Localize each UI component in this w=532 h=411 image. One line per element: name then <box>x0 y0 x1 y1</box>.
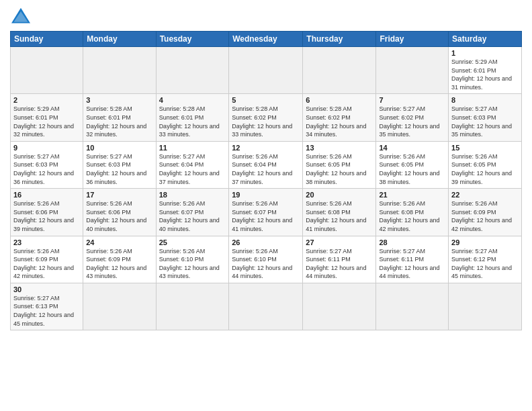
day-number: 6 <box>306 96 373 104</box>
day-number: 21 <box>379 191 445 199</box>
day-cell <box>83 47 156 94</box>
day-cell: 6Sunrise: 5:28 AM Sunset: 6:02 PM Daylig… <box>303 94 376 141</box>
day-cell: 9Sunrise: 5:27 AM Sunset: 6:03 PM Daylig… <box>11 141 83 188</box>
day-info: Sunrise: 5:28 AM Sunset: 6:01 PM Dayligh… <box>159 105 226 138</box>
week-row-5: 30Sunrise: 5:27 AM Sunset: 6:13 PM Dayli… <box>11 283 522 330</box>
day-info: Sunrise: 5:26 AM Sunset: 6:05 PM Dayligh… <box>306 152 373 186</box>
day-number: 30 <box>13 285 80 293</box>
day-cell <box>449 283 522 330</box>
day-info: Sunrise: 5:28 AM Sunset: 6:01 PM Dayligh… <box>86 105 152 138</box>
day-info: Sunrise: 5:26 AM Sunset: 6:08 PM Dayligh… <box>306 199 373 233</box>
day-cell: 5Sunrise: 5:28 AM Sunset: 6:02 PM Daylig… <box>229 94 303 141</box>
logo-icon <box>10 7 32 26</box>
weekday-header-saturday: Saturday <box>449 32 522 47</box>
weekday-header-tuesday: Tuesday <box>156 32 229 47</box>
day-cell: 10Sunrise: 5:27 AM Sunset: 6:03 PM Dayli… <box>83 141 156 188</box>
day-cell: 7Sunrise: 5:27 AM Sunset: 6:02 PM Daylig… <box>376 94 449 141</box>
week-row-1: 2Sunrise: 5:29 AM Sunset: 6:01 PM Daylig… <box>11 94 522 141</box>
day-info: Sunrise: 5:26 AM Sunset: 6:06 PM Dayligh… <box>13 199 80 233</box>
page: SundayMondayTuesdayWednesdayThursdayFrid… <box>0 0 532 411</box>
weekday-header-wednesday: Wednesday <box>229 32 303 47</box>
day-cell: 28Sunrise: 5:27 AM Sunset: 6:11 PM Dayli… <box>376 236 449 283</box>
header <box>10 7 522 26</box>
day-cell <box>229 283 303 330</box>
logo <box>10 7 34 26</box>
day-number: 8 <box>451 96 519 104</box>
day-info: Sunrise: 5:26 AM Sunset: 6:09 PM Dayligh… <box>451 199 519 233</box>
weekday-header-thursday: Thursday <box>303 32 376 47</box>
day-number: 27 <box>306 238 373 246</box>
calendar: SundayMondayTuesdayWednesdayThursdayFrid… <box>10 31 522 330</box>
day-number: 1 <box>451 49 519 57</box>
day-cell: 19Sunrise: 5:26 AM Sunset: 6:07 PM Dayli… <box>229 189 303 236</box>
week-row-4: 23Sunrise: 5:26 AM Sunset: 6:09 PM Dayli… <box>11 236 522 283</box>
day-cell: 27Sunrise: 5:27 AM Sunset: 6:11 PM Dayli… <box>303 236 376 283</box>
day-cell: 1Sunrise: 5:29 AM Sunset: 6:01 PM Daylig… <box>449 47 522 94</box>
day-info: Sunrise: 5:26 AM Sunset: 6:05 PM Dayligh… <box>451 152 519 186</box>
day-info: Sunrise: 5:27 AM Sunset: 6:13 PM Dayligh… <box>13 294 80 328</box>
day-number: 20 <box>306 191 373 199</box>
day-info: Sunrise: 5:26 AM Sunset: 6:06 PM Dayligh… <box>86 199 152 233</box>
day-number: 16 <box>13 191 80 199</box>
day-info: Sunrise: 5:26 AM Sunset: 6:09 PM Dayligh… <box>13 247 80 281</box>
day-info: Sunrise: 5:26 AM Sunset: 6:07 PM Dayligh… <box>232 199 300 233</box>
day-number: 18 <box>159 191 226 199</box>
day-cell: 4Sunrise: 5:28 AM Sunset: 6:01 PM Daylig… <box>156 94 229 141</box>
day-info: Sunrise: 5:26 AM Sunset: 6:08 PM Dayligh… <box>379 199 445 233</box>
day-number: 23 <box>13 238 80 246</box>
day-cell: 17Sunrise: 5:26 AM Sunset: 6:06 PM Dayli… <box>83 189 156 236</box>
day-cell: 16Sunrise: 5:26 AM Sunset: 6:06 PM Dayli… <box>11 189 83 236</box>
day-cell <box>376 283 449 330</box>
week-row-3: 16Sunrise: 5:26 AM Sunset: 6:06 PM Dayli… <box>11 189 522 236</box>
day-number: 22 <box>451 191 519 199</box>
day-cell: 22Sunrise: 5:26 AM Sunset: 6:09 PM Dayli… <box>449 189 522 236</box>
day-info: Sunrise: 5:26 AM Sunset: 6:09 PM Dayligh… <box>86 247 152 281</box>
day-info: Sunrise: 5:26 AM Sunset: 6:10 PM Dayligh… <box>232 247 300 281</box>
day-info: Sunrise: 5:27 AM Sunset: 6:03 PM Dayligh… <box>86 152 152 186</box>
day-info: Sunrise: 5:26 AM Sunset: 6:04 PM Dayligh… <box>232 152 300 186</box>
day-number: 17 <box>86 191 152 199</box>
day-number: 14 <box>379 144 445 152</box>
day-number: 29 <box>451 238 519 246</box>
day-cell: 3Sunrise: 5:28 AM Sunset: 6:01 PM Daylig… <box>83 94 156 141</box>
day-info: Sunrise: 5:27 AM Sunset: 6:12 PM Dayligh… <box>451 247 519 281</box>
day-cell: 13Sunrise: 5:26 AM Sunset: 6:05 PM Dayli… <box>303 141 376 188</box>
day-cell <box>11 47 83 94</box>
day-number: 26 <box>232 238 300 246</box>
day-cell <box>156 283 229 330</box>
day-info: Sunrise: 5:26 AM Sunset: 6:10 PM Dayligh… <box>159 247 226 281</box>
day-cell <box>376 47 449 94</box>
day-number: 3 <box>86 96 152 104</box>
day-number: 24 <box>86 238 152 246</box>
day-cell <box>83 283 156 330</box>
day-number: 4 <box>159 96 226 104</box>
day-cell <box>303 283 376 330</box>
day-cell: 11Sunrise: 5:27 AM Sunset: 6:04 PM Dayli… <box>156 141 229 188</box>
weekday-header-sunday: Sunday <box>11 32 83 47</box>
day-info: Sunrise: 5:27 AM Sunset: 6:03 PM Dayligh… <box>451 105 519 138</box>
day-info: Sunrise: 5:28 AM Sunset: 6:02 PM Dayligh… <box>306 105 373 138</box>
week-row-0: 1Sunrise: 5:29 AM Sunset: 6:01 PM Daylig… <box>11 47 522 94</box>
day-number: 10 <box>86 144 152 152</box>
weekday-header-row: SundayMondayTuesdayWednesdayThursdayFrid… <box>11 32 522 47</box>
day-info: Sunrise: 5:29 AM Sunset: 6:01 PM Dayligh… <box>451 58 519 91</box>
day-cell <box>303 47 376 94</box>
day-cell: 21Sunrise: 5:26 AM Sunset: 6:08 PM Dayli… <box>376 189 449 236</box>
day-number: 13 <box>306 144 373 152</box>
day-info: Sunrise: 5:27 AM Sunset: 6:11 PM Dayligh… <box>379 247 445 281</box>
day-info: Sunrise: 5:27 AM Sunset: 6:02 PM Dayligh… <box>379 105 445 138</box>
day-number: 9 <box>13 144 80 152</box>
day-number: 12 <box>232 144 300 152</box>
day-info: Sunrise: 5:26 AM Sunset: 6:05 PM Dayligh… <box>379 152 445 186</box>
day-cell: 30Sunrise: 5:27 AM Sunset: 6:13 PM Dayli… <box>11 283 83 330</box>
day-info: Sunrise: 5:29 AM Sunset: 6:01 PM Dayligh… <box>13 105 80 138</box>
day-number: 7 <box>379 96 445 104</box>
day-info: Sunrise: 5:27 AM Sunset: 6:04 PM Dayligh… <box>159 152 226 186</box>
day-cell: 25Sunrise: 5:26 AM Sunset: 6:10 PM Dayli… <box>156 236 229 283</box>
day-number: 5 <box>232 96 300 104</box>
day-cell: 23Sunrise: 5:26 AM Sunset: 6:09 PM Dayli… <box>11 236 83 283</box>
day-cell: 26Sunrise: 5:26 AM Sunset: 6:10 PM Dayli… <box>229 236 303 283</box>
day-number: 2 <box>13 96 80 104</box>
week-row-2: 9Sunrise: 5:27 AM Sunset: 6:03 PM Daylig… <box>11 141 522 188</box>
day-cell: 20Sunrise: 5:26 AM Sunset: 6:08 PM Dayli… <box>303 189 376 236</box>
